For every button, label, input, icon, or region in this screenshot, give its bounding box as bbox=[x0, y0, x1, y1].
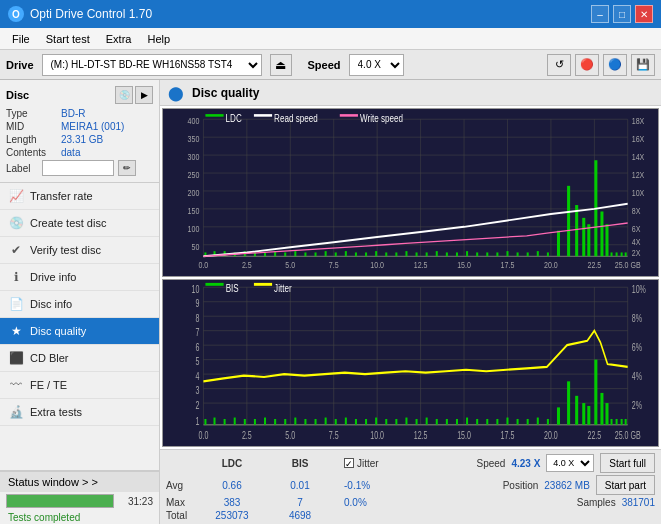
svg-rect-181 bbox=[476, 418, 478, 424]
svg-text:25.0 GB: 25.0 GB bbox=[615, 260, 641, 270]
drive-info-icon: ℹ bbox=[8, 269, 24, 285]
sidebar-item-label: Verify test disc bbox=[30, 244, 101, 256]
disc-icon-btn-1[interactable]: 💿 bbox=[115, 86, 133, 104]
disc-mid-key: MID bbox=[6, 121, 61, 132]
erase-button[interactable]: 🔵 bbox=[603, 54, 627, 76]
samples-val: 381701 bbox=[622, 497, 655, 508]
svg-rect-85 bbox=[506, 251, 508, 256]
ldc-col-header: LDC bbox=[198, 458, 266, 469]
eject-button[interactable]: ⏏ bbox=[270, 54, 292, 76]
maximize-button[interactable]: □ bbox=[613, 5, 631, 23]
svg-rect-66 bbox=[315, 252, 317, 256]
svg-rect-80 bbox=[456, 252, 458, 256]
svg-rect-72 bbox=[375, 251, 377, 256]
save-button[interactable]: 💾 bbox=[631, 54, 655, 76]
drive-action-buttons: ↺ 🔴 🔵 💾 bbox=[547, 54, 655, 76]
svg-rect-156 bbox=[224, 418, 226, 424]
svg-text:Jitter: Jitter bbox=[274, 281, 292, 294]
speed-select[interactable]: 4.0 X bbox=[349, 54, 404, 76]
svg-rect-75 bbox=[405, 251, 407, 256]
disc-icon-btn-2[interactable]: ▶ bbox=[135, 86, 153, 104]
svg-text:2: 2 bbox=[195, 399, 199, 411]
svg-rect-96 bbox=[600, 211, 603, 256]
svg-text:5.0: 5.0 bbox=[285, 260, 295, 270]
svg-text:22.5: 22.5 bbox=[587, 260, 601, 270]
sidebar-item-cd-bler[interactable]: ⬛ CD Bler bbox=[0, 345, 159, 372]
svg-rect-179 bbox=[456, 418, 458, 424]
svg-text:Read speed: Read speed bbox=[274, 113, 318, 124]
sidebar-item-fe-te[interactable]: 〰 FE / TE bbox=[0, 372, 159, 399]
speed-stat-select[interactable]: 4.0 X bbox=[546, 454, 594, 472]
status-bar: Status window > > 31:23 Tests completed bbox=[0, 470, 159, 524]
svg-rect-197 bbox=[611, 418, 613, 424]
svg-text:0.0: 0.0 bbox=[199, 429, 209, 441]
svg-text:15.0: 15.0 bbox=[457, 429, 471, 441]
minimize-button[interactable]: – bbox=[591, 5, 609, 23]
burn-button[interactable]: 🔴 bbox=[575, 54, 599, 76]
svg-rect-87 bbox=[527, 252, 529, 256]
sidebar-item-transfer-rate[interactable]: 📈 Transfer rate bbox=[0, 183, 159, 210]
svg-rect-163 bbox=[294, 417, 296, 424]
svg-rect-101 bbox=[625, 252, 627, 256]
svg-text:18X: 18X bbox=[632, 117, 645, 127]
svg-rect-176 bbox=[426, 417, 428, 424]
menu-file[interactable]: File bbox=[4, 31, 38, 47]
app-title: Opti Drive Control 1.70 bbox=[30, 7, 152, 21]
main-layout: Disc 💿 ▶ Type BD-R MID MEIRA1 (001) Leng… bbox=[0, 80, 661, 524]
cd-bler-icon: ⬛ bbox=[8, 350, 24, 366]
svg-text:3: 3 bbox=[195, 385, 199, 397]
sidebar-item-extra-tests[interactable]: 🔬 Extra tests bbox=[0, 399, 159, 426]
svg-rect-98 bbox=[611, 252, 613, 256]
app-icon: O bbox=[8, 6, 24, 22]
svg-text:12X: 12X bbox=[632, 170, 645, 180]
extra-tests-icon: 🔬 bbox=[8, 404, 24, 420]
svg-rect-158 bbox=[244, 418, 246, 424]
avg-label: Avg bbox=[166, 480, 198, 491]
svg-rect-200 bbox=[625, 418, 627, 424]
close-button[interactable]: ✕ bbox=[635, 5, 653, 23]
drive-select[interactable]: (M:) HL-DT-ST BD-RE WH16NS58 TST4 bbox=[42, 54, 262, 76]
status-window-button[interactable]: Status window > > bbox=[0, 471, 159, 492]
status-window-label: Status window > > bbox=[8, 476, 98, 488]
disc-info-icon: 📄 bbox=[8, 296, 24, 312]
jitter-label: Jitter bbox=[357, 458, 379, 469]
svg-rect-195 bbox=[600, 392, 603, 424]
sidebar-item-create-test-disc[interactable]: 💿 Create test disc bbox=[0, 210, 159, 237]
svg-text:12.5: 12.5 bbox=[414, 260, 428, 270]
svg-rect-183 bbox=[496, 418, 498, 424]
sidebar-item-drive-info[interactable]: ℹ Drive info bbox=[0, 264, 159, 291]
disc-contents-val: data bbox=[61, 147, 80, 158]
refresh-button[interactable]: ↺ bbox=[547, 54, 571, 76]
drive-label: Drive bbox=[6, 59, 34, 71]
svg-text:150: 150 bbox=[188, 206, 200, 216]
svg-rect-166 bbox=[325, 417, 327, 424]
svg-rect-190 bbox=[567, 381, 570, 424]
svg-text:7.5: 7.5 bbox=[329, 260, 339, 270]
sidebar-item-disc-info[interactable]: 📄 Disc info bbox=[0, 291, 159, 318]
svg-rect-191 bbox=[575, 395, 578, 424]
jitter-checkbox[interactable]: ✓ bbox=[344, 458, 354, 468]
bis-col-header: BIS bbox=[266, 458, 334, 469]
svg-text:Write speed: Write speed bbox=[360, 113, 403, 124]
svg-rect-91 bbox=[567, 186, 570, 256]
svg-text:350: 350 bbox=[188, 135, 200, 145]
menu-help[interactable]: Help bbox=[139, 31, 178, 47]
svg-text:10.0: 10.0 bbox=[370, 429, 384, 441]
svg-rect-81 bbox=[466, 251, 468, 256]
svg-text:17.5: 17.5 bbox=[501, 260, 515, 270]
svg-text:15.0: 15.0 bbox=[457, 260, 471, 270]
start-full-button[interactable]: Start full bbox=[600, 453, 655, 473]
sidebar-item-disc-quality[interactable]: ★ Disc quality bbox=[0, 318, 159, 345]
svg-text:10.0: 10.0 bbox=[370, 260, 384, 270]
disc-label-edit-button[interactable]: ✏ bbox=[118, 160, 136, 176]
start-part-button[interactable]: Start part bbox=[596, 475, 655, 495]
svg-rect-86 bbox=[517, 252, 519, 256]
fe-te-icon: 〰 bbox=[8, 377, 24, 393]
disc-quality-title: Disc quality bbox=[192, 86, 259, 100]
svg-text:300: 300 bbox=[188, 152, 200, 162]
sidebar-item-verify-test-disc[interactable]: ✔ Verify test disc bbox=[0, 237, 159, 264]
svg-rect-161 bbox=[274, 418, 276, 424]
menu-start-test[interactable]: Start test bbox=[38, 31, 98, 47]
menu-extra[interactable]: Extra bbox=[98, 31, 140, 47]
disc-label-input[interactable] bbox=[42, 160, 114, 176]
